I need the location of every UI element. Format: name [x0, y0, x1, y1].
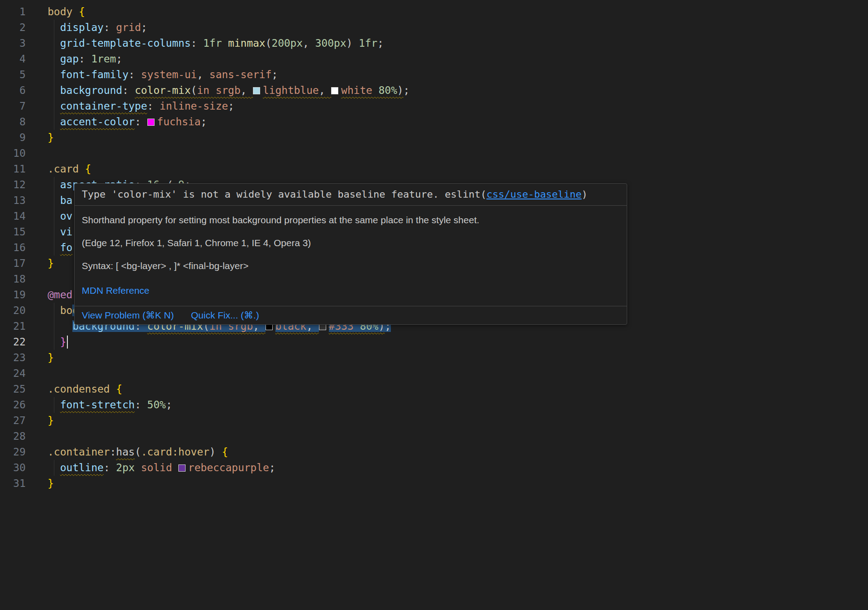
code-token: }: [48, 257, 54, 269]
code-line[interactable]: 1body {: [0, 4, 868, 20]
code-token: }: [60, 336, 66, 348]
code-line[interactable]: 5 font-family: system-ui, sans-serif;: [0, 67, 868, 83]
code-token: ;: [377, 37, 384, 49]
view-problem-link[interactable]: View Problem (⌘K N): [82, 310, 174, 321]
code-line[interactable]: 26 font-stretch: 50%;: [0, 397, 868, 413]
line-number[interactable]: 11: [0, 161, 26, 177]
code-text: container-type: inline-size;: [48, 100, 234, 112]
code-token: {: [85, 163, 91, 175]
code-token: ba: [60, 194, 73, 206]
code-text: accent-color: fuchsia;: [48, 116, 207, 128]
code-line[interactable]: 4 gap: 1rem;: [0, 51, 868, 67]
code-text: font-family: system-ui, sans-serif;: [48, 69, 278, 80]
code-line[interactable]: 24: [0, 366, 868, 381]
code-token: ;: [228, 100, 235, 112]
color-swatch[interactable]: [147, 119, 155, 126]
code-token: :: [135, 399, 147, 411]
code-token: container-type: [60, 100, 147, 112]
code-text: .condensed {: [48, 383, 122, 395]
color-swatch[interactable]: [253, 87, 260, 94]
code-line[interactable]: 30 outline: 2px solid rebeccapurple;: [0, 460, 868, 476]
line-number[interactable]: 1: [0, 4, 26, 20]
line-number[interactable]: 31: [0, 476, 26, 491]
line-number[interactable]: 26: [0, 397, 26, 413]
line-number[interactable]: 27: [0, 413, 26, 429]
mdn-reference-link[interactable]: MDN Reference: [82, 285, 150, 296]
code-line[interactable]: 8 accent-color: fuchsia;: [0, 114, 868, 130]
code-token: 1rem: [91, 53, 116, 65]
code-token: [48, 100, 60, 112]
code-token: [72, 6, 79, 18]
code-token: [222, 37, 228, 49]
line-number[interactable]: 19: [0, 287, 26, 303]
line-number[interactable]: 13: [0, 193, 26, 208]
line-number[interactable]: 8: [0, 114, 26, 130]
code-line[interactable]: 22 }: [0, 334, 868, 350]
code-text: body {: [48, 6, 85, 18]
line-number[interactable]: 25: [0, 381, 26, 397]
code-token: [48, 320, 72, 332]
code-token: [48, 69, 60, 80]
code-token: [48, 226, 60, 238]
code-line[interactable]: 27}: [0, 413, 868, 429]
code-text: font-stretch: 50%;: [48, 399, 172, 411]
line-number[interactable]: 22: [0, 334, 26, 350]
line-number[interactable]: 7: [0, 98, 26, 114]
code-token: body: [48, 6, 72, 18]
code-line[interactable]: 29.container:has(.card:hover) {: [0, 444, 868, 460]
line-number[interactable]: 17: [0, 256, 26, 271]
code-token: ): [397, 84, 403, 96]
line-number[interactable]: 23: [0, 350, 26, 366]
line-number[interactable]: 12: [0, 177, 26, 193]
line-number[interactable]: 20: [0, 303, 26, 318]
code-line[interactable]: 6 background: color-mix(in srgb, lightbl…: [0, 83, 868, 98]
code-token: :: [128, 69, 141, 80]
code-token: ;: [166, 399, 172, 411]
line-number[interactable]: 29: [0, 444, 26, 460]
line-number[interactable]: 28: [0, 429, 26, 444]
code-line[interactable]: 2 display: grid;: [0, 20, 868, 35]
code-line[interactable]: 3 grid-template-columns: 1fr minmax(200p…: [0, 35, 868, 51]
code-line[interactable]: 23}: [0, 350, 868, 366]
line-number[interactable]: 14: [0, 208, 26, 224]
color-swatch[interactable]: [331, 87, 338, 94]
line-number[interactable]: 16: [0, 240, 26, 256]
line-number[interactable]: 21: [0, 318, 26, 334]
code-token: [79, 163, 85, 175]
code-line[interactable]: 11.card {: [0, 161, 868, 177]
line-number[interactable]: 30: [0, 460, 26, 476]
code-token: lightblue: [263, 84, 319, 96]
code-text: outline: 2px solid rebeccapurple;: [48, 462, 275, 473]
code-token: outline: [60, 462, 104, 473]
code-line[interactable]: 9}: [0, 130, 868, 146]
code-line[interactable]: 10: [0, 146, 868, 161]
line-number[interactable]: 9: [0, 130, 26, 146]
code-text: }: [48, 352, 54, 363]
line-number[interactable]: 2: [0, 20, 26, 35]
code-line[interactable]: 28: [0, 429, 868, 444]
code-token: [48, 179, 60, 190]
line-number[interactable]: 3: [0, 35, 26, 51]
code-token: solid: [141, 462, 172, 473]
line-number[interactable]: 5: [0, 67, 26, 83]
color-swatch[interactable]: [178, 464, 186, 472]
line-number[interactable]: 10: [0, 146, 26, 161]
code-token: fo: [60, 242, 73, 253]
line-number[interactable]: 18: [0, 271, 26, 287]
code-line[interactable]: 7 container-type: inline-size;: [0, 98, 868, 114]
code-text: .card {: [48, 163, 91, 175]
line-number[interactable]: 6: [0, 83, 26, 98]
code-token: inline-size: [159, 100, 228, 112]
quick-fix-link[interactable]: Quick Fix... (⌘.): [191, 310, 259, 321]
line-number[interactable]: 15: [0, 224, 26, 240]
code-token: ;: [201, 116, 207, 128]
code-line[interactable]: 25.condensed {: [0, 381, 868, 397]
line-number[interactable]: 24: [0, 366, 26, 381]
eslint-rule-link[interactable]: css/use-baseline: [487, 189, 582, 200]
code-editor[interactable]: 1body {2 display: grid;3 grid-template-c…: [0, 0, 868, 610]
line-number[interactable]: 4: [0, 51, 26, 67]
code-token: [48, 116, 60, 128]
code-line[interactable]: 31}: [0, 476, 868, 491]
code-token: gap: [60, 53, 79, 65]
code-token: sans-serif: [209, 69, 271, 80]
